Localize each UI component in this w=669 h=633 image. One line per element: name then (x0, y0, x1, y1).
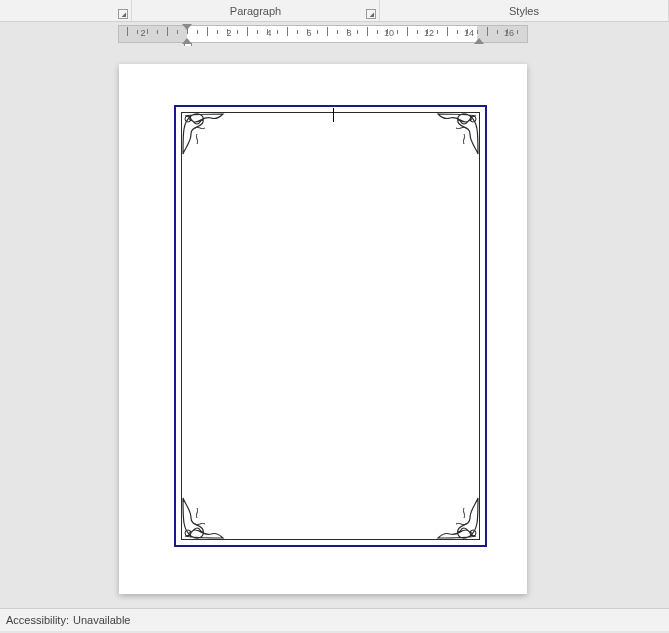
ruler-tick (247, 27, 248, 36)
ruler-tick (437, 30, 438, 34)
ruler-tick (337, 30, 338, 34)
ribbon-group-styles: Styles (380, 0, 669, 21)
ruler-tick (357, 30, 358, 34)
status-accessibility-value[interactable]: Unavailable (73, 614, 130, 626)
ruler-tick (297, 30, 298, 34)
status-accessibility-label: Accessibility: (6, 614, 69, 626)
ruler-label: 12 (424, 28, 434, 38)
ribbon-group-paragraph: Paragraph (132, 0, 380, 21)
ruler-label: 14 (464, 28, 474, 38)
ruler-tick (237, 30, 238, 34)
ornament-corner-bottom-right (436, 496, 480, 540)
dialog-launcher-icon[interactable] (366, 9, 376, 19)
ruler-tick (487, 27, 488, 36)
ruler-left-margin (119, 26, 187, 42)
ruler-label: 2 (226, 28, 231, 38)
ribbon-group-paragraph-spacer (0, 0, 132, 21)
ruler-tick (217, 30, 218, 34)
ruler-tick (287, 27, 288, 36)
ruler-tick (147, 29, 148, 34)
ruler-tick (377, 30, 378, 34)
text-cursor (333, 108, 334, 122)
ruler-tick (257, 30, 258, 34)
document-workspace[interactable] (0, 46, 669, 608)
ruler-right-margin (477, 26, 527, 42)
ruler-tick (407, 27, 408, 36)
ruler-tick (207, 27, 208, 36)
ruler-tick (317, 30, 318, 34)
ruler-tick (197, 30, 198, 34)
ruler-tick (167, 27, 168, 36)
ornament-corner-bottom-left (181, 496, 225, 540)
ruler-tick (127, 27, 128, 36)
page-border-inner (181, 112, 480, 540)
ruler-tick (367, 27, 368, 36)
horizontal-ruler[interactable]: 2246810121416 (118, 25, 528, 43)
ruler-tick (187, 29, 188, 34)
dialog-launcher-icon[interactable] (118, 9, 128, 19)
ruler-tick (447, 27, 448, 36)
ruler-label: 6 (306, 28, 311, 38)
ruler-tick (177, 30, 178, 34)
ruler-tick (517, 30, 518, 34)
ruler-area: 2246810121416 (0, 22, 669, 46)
ruler-tick (417, 30, 418, 34)
ruler-tick (397, 30, 398, 34)
ruler-tick (497, 30, 498, 34)
ruler-tick (277, 30, 278, 34)
hanging-indent-marker[interactable] (182, 38, 192, 44)
ribbon-group-styles-label: Styles (509, 5, 539, 17)
ruler-tick (327, 27, 328, 36)
ruler-tick (457, 30, 458, 34)
ribbon-group-labels: Paragraph Styles (0, 0, 669, 22)
ruler-tick (137, 30, 138, 34)
ornament-corner-top-left (181, 112, 225, 156)
ornament-corner-top-right (436, 112, 480, 156)
ruler-label: 4 (266, 28, 271, 38)
status-bar: Accessibility: Unavailable (0, 608, 669, 631)
ruler-tick (477, 30, 478, 34)
ruler-label: 8 (346, 28, 351, 38)
ruler-label: 16 (504, 28, 514, 38)
ruler-tick (157, 30, 158, 34)
ribbon-group-paragraph-label: Paragraph (230, 5, 281, 17)
document-page[interactable] (119, 64, 527, 594)
ruler-label: 2 (140, 28, 145, 38)
right-indent-marker[interactable] (474, 38, 484, 44)
ruler-label: 10 (384, 28, 394, 38)
